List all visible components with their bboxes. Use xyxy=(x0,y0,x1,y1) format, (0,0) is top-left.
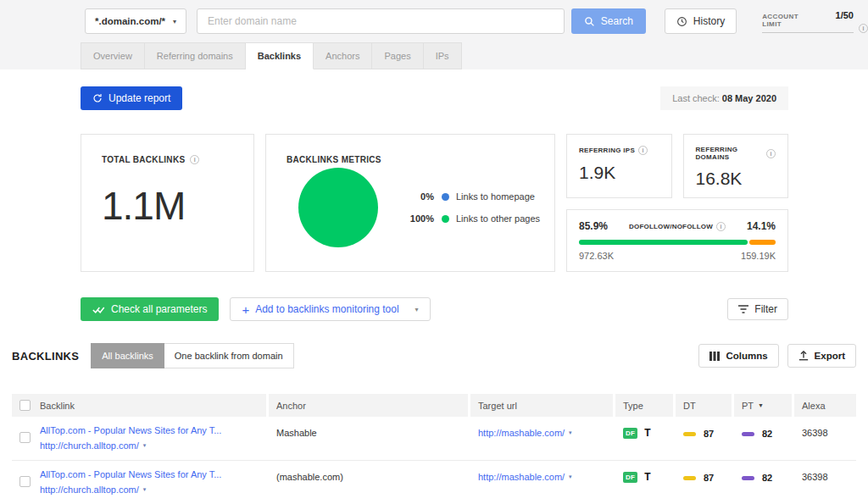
total-backlinks-card: TOTAL BACKLINKS i 1.1M xyxy=(81,134,254,272)
dofollow-bar-nofollow xyxy=(749,240,776,245)
search-button[interactable]: Search xyxy=(571,8,646,34)
chevron-down-icon[interactable]: ▾ xyxy=(415,306,419,313)
account-limit-box: ACCOUNT LIMIT 1/50 xyxy=(762,10,854,33)
dofollow-header-row: 85.9% DOFOLLOW/NOFOLLOW i 14.1% xyxy=(579,220,776,232)
info-icon[interactable]: i xyxy=(766,149,776,158)
row-checkbox[interactable] xyxy=(19,476,31,487)
cell-type: DF T xyxy=(615,469,673,483)
add-to-monitoring-button[interactable]: + Add to backlinks monitoring tool ▾ xyxy=(230,297,430,321)
filter-label: Filter xyxy=(754,303,777,315)
summary-cards: TOTAL BACKLINKS i 1.1M BACKLINKS METRICS… xyxy=(81,134,788,272)
pt-indicator-icon xyxy=(742,432,754,436)
backlink-url-link[interactable]: http://church.alltop.com/ xyxy=(40,440,139,451)
backlinks-section-title: BACKLINKS xyxy=(12,350,79,363)
filter-button[interactable]: Filter xyxy=(727,298,788,320)
header-pt[interactable]: PT ▼ xyxy=(734,394,792,417)
tab-referring-domains[interactable]: Referring domains xyxy=(145,42,246,69)
cell-backlink: AllTop.com - Popular News Sites for Any … xyxy=(12,425,266,451)
cell-anchor: (mashable.com) xyxy=(269,469,468,482)
pt-indicator-icon xyxy=(742,476,754,480)
domain-search-input[interactable] xyxy=(197,8,565,34)
backlink-title-link[interactable]: AllTop.com - Popular News Sites for Any … xyxy=(40,469,221,479)
export-button[interactable]: Export xyxy=(787,344,856,368)
nofollow-pct: 14.1% xyxy=(747,220,776,232)
tab-ips[interactable]: IPs xyxy=(424,42,462,69)
last-check-label: Last check: xyxy=(672,93,720,103)
toggle-all-backlinks[interactable]: All backlinks xyxy=(91,343,164,368)
info-icon[interactable]: i xyxy=(638,146,648,155)
dofollow-counts-row: 972.63K 159.19K xyxy=(579,251,776,261)
legend-label: Links to other pages xyxy=(456,213,540,224)
dofollow-nofollow-card: 85.9% DOFOLLOW/NOFOLLOW i 14.1% 972.63K … xyxy=(566,209,788,272)
chevron-down-icon: ▾ xyxy=(173,18,176,25)
update-report-button[interactable]: Update report xyxy=(81,86,182,110)
legend-pct: 100% xyxy=(405,213,434,224)
info-icon[interactable]: i xyxy=(859,24,868,33)
plus-icon: + xyxy=(242,303,249,316)
account-limit: ACCOUNT LIMIT 1/50 i xyxy=(762,10,868,33)
header-dt[interactable]: DT xyxy=(676,394,732,417)
columns-label: Columns xyxy=(726,351,767,361)
dt-value: 87 xyxy=(704,429,714,439)
header-alexa[interactable]: Alexa xyxy=(794,394,856,417)
header-type[interactable]: Type xyxy=(615,394,673,417)
backlinks-metrics-title: BACKLINKS METRICS xyxy=(287,155,554,164)
double-check-icon xyxy=(92,305,105,314)
account-limit-label: ACCOUNT LIMIT xyxy=(762,13,818,28)
info-icon[interactable]: i xyxy=(716,222,726,231)
chevron-down-icon[interactable]: ▾ xyxy=(143,442,147,449)
legend-item-homepage: 0% Links to homepage xyxy=(405,191,540,202)
backlink-url-link[interactable]: http://church.alltop.com/ xyxy=(40,485,139,495)
table-row: AllTop.com - Popular News Sites for Any … xyxy=(12,417,856,461)
cell-type: DF T xyxy=(615,425,673,439)
table-actions: Columns Export xyxy=(698,344,856,368)
chevron-down-icon[interactable]: ▾ xyxy=(569,429,572,436)
cell-alexa: 36398 xyxy=(794,469,856,482)
chevron-down-icon[interactable]: ▾ xyxy=(143,486,147,493)
domain-scope-select[interactable]: *.domain.com/* ▾ xyxy=(85,8,186,34)
header-anchor[interactable]: Anchor xyxy=(269,394,468,417)
nofollow-count: 159.19K xyxy=(741,251,776,261)
dofollow-badge: DF xyxy=(623,428,637,439)
check-all-parameters-button[interactable]: Check all parameters xyxy=(81,297,219,321)
toggle-one-backlink-per-domain[interactable]: One backlink from domain xyxy=(164,343,294,368)
pt-value: 82 xyxy=(762,429,772,439)
refresh-icon xyxy=(92,93,103,103)
dofollow-bar-dofollow xyxy=(579,240,748,245)
backlinks-metrics-card: BACKLINKS METRICS 0% Links to homepage 1… xyxy=(265,134,555,272)
sort-desc-icon: ▼ xyxy=(758,402,764,408)
columns-button[interactable]: Columns xyxy=(698,344,778,368)
clock-icon xyxy=(676,16,687,27)
history-button[interactable]: History xyxy=(665,8,737,34)
filter-icon xyxy=(738,305,748,313)
referring-domains-card: REFERRING DOMAINS i 16.8K xyxy=(683,134,789,198)
table-row: AllTop.com - Popular News Sites for Any … xyxy=(12,461,856,504)
referring-ips-title-text: REFERRING IPS xyxy=(579,147,635,154)
info-icon[interactable]: i xyxy=(190,155,199,164)
header-target-url[interactable]: Target url xyxy=(470,394,613,417)
tab-backlinks[interactable]: Backlinks xyxy=(246,42,314,69)
dofollow-badge: DF xyxy=(623,472,637,483)
check-all-parameters-label: Check all parameters xyxy=(111,303,207,315)
dofollow-count: 972.63K xyxy=(579,251,614,261)
tab-overview[interactable]: Overview xyxy=(81,42,145,69)
target-url-link[interactable]: http://mashable.com/ xyxy=(478,428,565,438)
history-button-label: History xyxy=(693,15,725,27)
text-link-badge: T xyxy=(644,427,650,439)
tab-pages[interactable]: Pages xyxy=(372,42,423,69)
dofollow-title-text: DOFOLLOW/NOFOLLOW xyxy=(629,223,713,230)
total-backlinks-value: 1.1M xyxy=(102,183,233,229)
cell-alexa: 36398 xyxy=(794,425,856,438)
text-link-badge: T xyxy=(644,471,650,483)
cell-target-url: http://mashable.com/ ▾ xyxy=(470,425,613,438)
row-checkbox[interactable] xyxy=(19,432,31,443)
target-url-link[interactable]: http://mashable.com/ xyxy=(478,472,565,482)
dofollow-ratio-bar xyxy=(579,240,776,245)
select-all-checkbox[interactable] xyxy=(19,400,31,411)
tab-anchors[interactable]: Anchors xyxy=(314,42,372,69)
chevron-down-icon[interactable]: ▾ xyxy=(569,474,572,480)
backlink-title-link[interactable]: AllTop.com - Popular News Sites for Any … xyxy=(40,425,221,435)
referring-ips-card: REFERRING IPS i 1.9K xyxy=(566,134,672,198)
export-icon xyxy=(798,351,809,361)
dt-indicator-icon xyxy=(683,432,696,436)
